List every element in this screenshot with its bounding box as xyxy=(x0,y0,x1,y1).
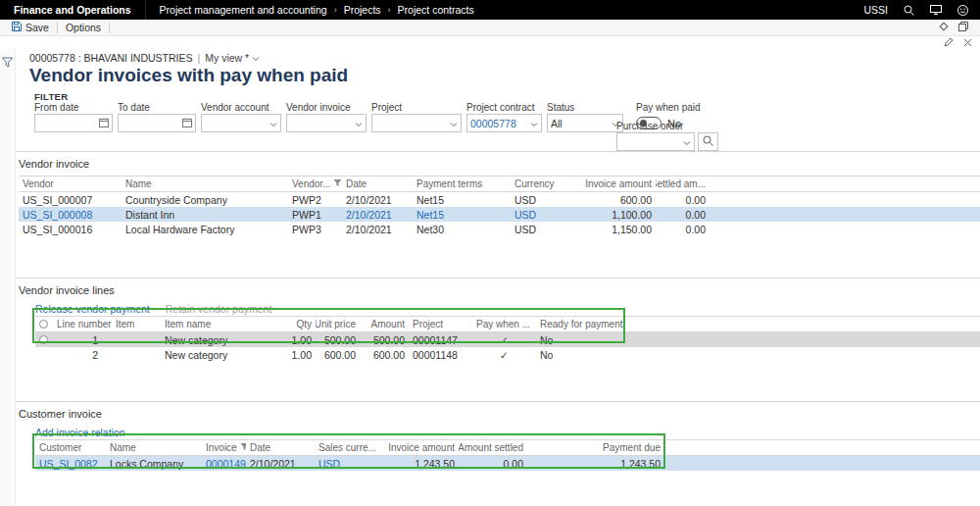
toolbar-divider xyxy=(109,23,110,33)
cell-amount: 500.00 xyxy=(360,334,409,346)
vendor-invoice-lines-section-title: Vendor invoice lines xyxy=(16,278,980,302)
column-header[interactable]: Customer xyxy=(35,442,106,453)
options-label: Options xyxy=(66,22,101,33)
release-vendor-payment-link[interactable]: Release vendor payment xyxy=(35,303,150,315)
column-header[interactable]: Date xyxy=(342,178,413,189)
chevron-down-icon[interactable] xyxy=(683,136,691,148)
chevron-down-icon[interactable] xyxy=(450,118,458,129)
cell-payment-terms: Net30 xyxy=(413,224,511,235)
cell-name: Distant Inn xyxy=(122,209,288,221)
cell-vendor[interactable]: US_SI_000008 xyxy=(19,209,122,221)
save-button[interactable]: Save xyxy=(6,20,55,35)
open-in-new-window-icon[interactable] xyxy=(958,22,968,33)
cell-payment-terms[interactable]: Net15 xyxy=(413,209,511,221)
cell-project: 00001148 xyxy=(409,349,472,361)
cell-currency[interactable]: USD xyxy=(511,209,577,221)
column-header[interactable]: Amount xyxy=(360,319,409,329)
purchase-order-label: Purchase order xyxy=(616,121,718,132)
cell-vendor: US_SI_000016 xyxy=(19,224,122,235)
cell-name: Countryside Company xyxy=(122,194,288,206)
top-nav-bar: Finance and Operations Project managemen… xyxy=(0,0,980,20)
table-row-selected[interactable]: US_SI_000008 Distant Inn PWP1 2/10/2021 … xyxy=(19,207,980,222)
cell-sales-currency[interactable]: USD xyxy=(315,458,375,470)
calendar-icon[interactable] xyxy=(99,118,109,129)
status-select[interactable]: All xyxy=(547,114,623,132)
cell-settled-amount: 0.00 xyxy=(656,194,710,206)
cell-ready-for-payment: No xyxy=(536,349,624,361)
column-header[interactable]: Currency xyxy=(511,178,577,189)
column-header[interactable]: Item xyxy=(112,319,161,329)
company-picker[interactable]: USSI xyxy=(863,4,888,16)
breadcrumb-item[interactable]: Projects xyxy=(344,4,381,16)
column-header[interactable]: Date xyxy=(246,442,315,453)
row-select-radio[interactable] xyxy=(35,335,53,344)
breadcrumb-separator-icon: › xyxy=(334,5,337,15)
column-header[interactable]: Qty xyxy=(269,319,316,329)
personalize-icon[interactable] xyxy=(939,22,949,33)
action-pane: Save Options xyxy=(0,20,980,36)
record-id: 00005778 : BHAVANI INDUSTRIES xyxy=(29,52,193,64)
column-header[interactable]: Project xyxy=(409,319,472,329)
from-date-input[interactable] xyxy=(34,114,113,132)
cell-date: 2/10/2021 xyxy=(342,194,413,206)
column-header[interactable]: Vendor xyxy=(19,178,122,189)
breadcrumb-item[interactable]: Project management and accounting xyxy=(160,4,327,16)
vendor-account-input[interactable] xyxy=(201,114,281,132)
column-header[interactable]: Sales curre... xyxy=(315,442,375,453)
column-header[interactable]: Amount settled xyxy=(459,442,527,453)
table-row[interactable]: US_SI_000007 Countryside Company PWP2 2/… xyxy=(19,192,980,207)
column-header[interactable]: Invoice amount xyxy=(375,442,459,453)
cell-settled-amount: 0.00 xyxy=(656,224,710,235)
table-row-selected[interactable]: US_SI_0082 Locks Company 00001493 2/10/2… xyxy=(35,456,980,471)
cell-invoice[interactable]: 00001493 xyxy=(202,458,246,470)
column-header[interactable]: Line number xyxy=(53,319,112,329)
column-header[interactable]: Name xyxy=(106,442,202,453)
column-header[interactable]: Pay when ... xyxy=(472,319,536,329)
app-name[interactable]: Finance and Operations xyxy=(0,0,146,20)
select-all-radio[interactable] xyxy=(35,320,53,329)
project-contract-input[interactable]: 00005778 xyxy=(466,114,542,132)
purchase-order-input[interactable] xyxy=(616,132,695,151)
column-header[interactable]: Settled am... xyxy=(656,178,710,189)
record-divider: | xyxy=(198,52,201,64)
search-icon[interactable] xyxy=(904,5,914,16)
column-header[interactable]: Invoice amount xyxy=(577,178,656,189)
chevron-down-icon[interactable] xyxy=(355,118,363,129)
add-invoice-relation-link[interactable]: Add invoice relation xyxy=(35,427,125,438)
chevron-down-icon[interactable] xyxy=(530,118,538,129)
column-header[interactable]: Payment terms xyxy=(413,178,511,189)
column-header[interactable]: Payment due xyxy=(527,442,664,453)
vendor-invoice-input[interactable] xyxy=(286,114,367,132)
to-date-input[interactable] xyxy=(118,114,196,132)
column-header[interactable]: Item name xyxy=(161,319,269,329)
edit-icon[interactable] xyxy=(944,37,954,49)
feedback-smiley-icon[interactable] xyxy=(957,5,968,16)
table-row-active[interactable]: 1 New category 1.00 500.00 500.00 000011… xyxy=(35,332,980,347)
cell-line-number: 2 xyxy=(53,349,112,361)
table-row[interactable]: 2 New category 1.00 600.00 600.00 000011… xyxy=(35,347,980,362)
purchase-order-search-button[interactable] xyxy=(698,132,718,151)
column-header[interactable]: Vendor... xyxy=(288,178,342,189)
column-header[interactable]: Invoice xyxy=(202,442,246,453)
table-row[interactable]: US_SI_000016 Local Hardware Factory PWP3… xyxy=(19,222,980,236)
column-header[interactable]: Name xyxy=(122,178,288,189)
cell-qty: 1.00 xyxy=(269,334,316,346)
cell-date[interactable]: 2/10/2021 xyxy=(342,209,413,221)
close-icon[interactable] xyxy=(963,37,972,49)
chevron-down-icon[interactable] xyxy=(270,118,277,129)
project-input[interactable] xyxy=(371,114,462,132)
view-selector[interactable]: My view * xyxy=(205,52,260,64)
cell-customer[interactable]: US_SI_0082 xyxy=(35,458,106,470)
filter-funnel-icon[interactable] xyxy=(2,57,13,506)
column-header[interactable]: Unit price xyxy=(316,319,360,329)
column-header[interactable]: Ready for payment xyxy=(536,319,624,329)
device-icon[interactable] xyxy=(930,5,942,15)
page-header-strip xyxy=(0,36,980,49)
cell-date: 2/10/2021 xyxy=(246,458,315,470)
search-icon xyxy=(703,135,713,148)
cell-item-name: New category xyxy=(161,334,269,346)
options-button[interactable]: Options xyxy=(60,20,107,35)
calendar-icon[interactable] xyxy=(182,118,192,129)
breadcrumb-item[interactable]: Project contracts xyxy=(398,4,474,16)
vendor-invoice-grid-header: Vendor Name Vendor... Date Payment terms… xyxy=(19,176,980,192)
